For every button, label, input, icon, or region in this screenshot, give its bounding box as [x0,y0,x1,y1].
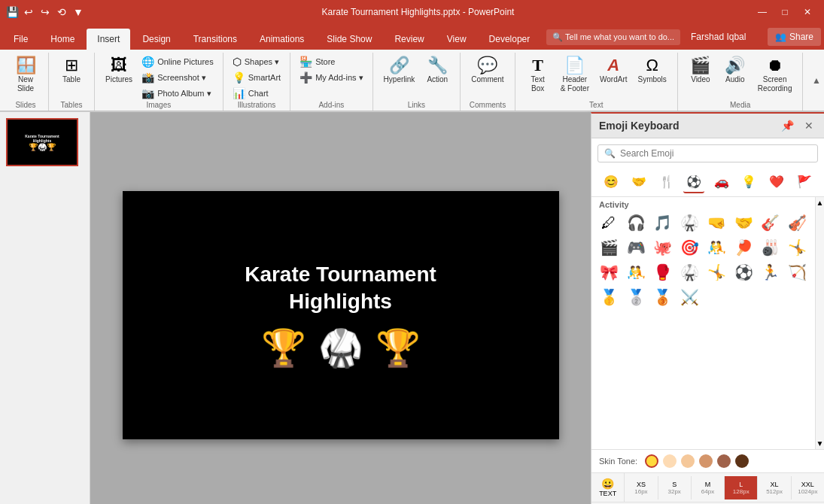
emoji-cat-smileys[interactable]: 😊 [601,172,622,193]
header-footer-button[interactable]: 📄 Header& Footer [556,54,594,96]
photo-album-button[interactable]: 📷 Photo Album ▾ [138,86,217,101]
screenshot-button[interactable]: 📸 Screenshot ▾ [138,70,217,85]
emoji-cat-symbols[interactable]: ❤️ [766,172,787,193]
smartart-button[interactable]: 💡 SmartArt [230,70,284,85]
save-icon[interactable]: 💾 [6,6,18,18]
emoji-octopus[interactable]: 🐙 [650,235,677,260]
emoji-search-input[interactable] [620,148,811,159]
pictures-button[interactable]: 🖼 Pictures [101,54,137,87]
emoji-bronze-medal[interactable]: 🥉 [650,285,677,309]
scroll-down-arrow[interactable]: ▼ [816,439,824,448]
size-m-button[interactable]: M 64px [692,476,725,499]
video-button[interactable]: 🎬 Video [684,54,717,87]
audio-button[interactable]: 🔊 Audio [719,54,752,87]
customize-icon[interactable]: ▼ [72,6,84,18]
emoji-violin[interactable]: 🎻 [784,211,810,235]
size-s-button[interactable]: S 32px [658,476,692,499]
action-button[interactable]: 🔧 Action [421,54,454,87]
tab-view[interactable]: View [436,29,477,50]
size-l-button[interactable]: L 128px [725,476,758,499]
size-xs-button[interactable]: XS 16px [625,476,658,499]
hyperlink-button[interactable]: 🔗 Hyperlink [379,54,420,87]
emoji-pen[interactable]: 🖊 [596,211,622,235]
skin-dot-1[interactable] [645,454,658,468]
emoji-target[interactable]: 🎯 [677,235,703,260]
undo-icon[interactable]: ↩ [23,6,35,18]
tab-review[interactable]: Review [384,29,434,50]
emoji-ribbon[interactable]: 🎀 [596,260,622,284]
tab-design[interactable]: Design [132,29,181,50]
maximize-button[interactable]: □ [774,2,795,23]
close-button[interactable]: ✕ [797,2,818,23]
shapes-button[interactable]: ⬡ Shapes ▾ [230,54,284,69]
emoji-cat-flags[interactable]: 🚩 [794,172,815,193]
textbox-button[interactable]: T TextBox [521,54,555,96]
chart-button[interactable]: 📊 Chart [230,86,284,101]
tab-insert[interactable]: Insert [87,29,130,50]
tab-transitions[interactable]: Transitions [183,29,248,50]
store-button[interactable]: 🏪 Store [296,54,366,69]
emoji-wrestling[interactable]: 🤼 [704,235,730,260]
redo-icon[interactable]: ↪ [39,6,51,18]
emoji-cat-activity[interactable]: ⚽ [683,172,704,193]
slide-thumbnail[interactable]: Karate TournamentHighlights 🏆🥋🏆 [6,118,78,166]
emoji-scroll-container[interactable]: Activity 🖊 🎧 🎵 🥋 🤜 🤝 🎸 🎻 🎬 🎮 🐙 🎯 [591,197,824,449]
emoji-cat-objects[interactable]: 💡 [738,172,759,193]
scroll-up-arrow[interactable]: ▲ [816,199,824,207]
online-pictures-button[interactable]: 🌐 Online Pictures [138,54,217,69]
skin-dot-4[interactable] [699,454,713,468]
emoji-guitar[interactable]: 🎸 [758,211,784,235]
ribbon-search[interactable]: 🔍 Tell me what you want to do... [546,29,680,45]
tab-developer[interactable]: Developer [479,29,541,50]
wordart-button[interactable]: A WordArt [595,54,632,87]
emoji-music[interactable]: 🎵 [650,211,677,235]
slide-canvas[interactable]: Karate TournamentHighlights 🏆 🥋 🏆 [123,191,559,439]
comment-button[interactable]: 💬 Comment [467,54,508,87]
emoji-silver-medal[interactable]: 🥈 [623,285,649,309]
size-xl-button[interactable]: XL 512px [758,476,791,499]
emoji-pingpong[interactable]: 🏓 [731,235,757,260]
skin-dot-3[interactable] [681,454,695,468]
emoji-scrollbar[interactable]: ▲ ▼ [815,197,824,449]
emoji-karate[interactable]: 🥋 [677,211,703,235]
emoji-swords[interactable]: ⚔️ [677,285,703,309]
tab-home[interactable]: Home [40,29,85,50]
emoji-cat-food[interactable]: 🍴 [656,172,677,193]
emoji-cartwheel[interactable]: 🤸 [784,235,810,260]
emoji-cat-travel[interactable]: 🚗 [711,172,732,193]
minimize-button[interactable]: — [752,2,773,23]
skin-dot-5[interactable] [717,454,731,468]
emoji-runner[interactable]: 🏃 [758,260,784,284]
symbols-button[interactable]: Ω Symbols [634,54,671,87]
emoji-archer[interactable]: 🏹 [784,260,810,284]
tab-slideshow[interactable]: Slide Show [316,29,382,50]
user-name[interactable]: Farshad Iqbal [685,29,752,45]
tab-animations[interactable]: Animations [249,29,315,50]
table-button[interactable]: ⊞ Table [55,54,88,87]
emoji-gymnast[interactable]: 🤸 [704,260,730,284]
emoji-soccer[interactable]: ⚽ [731,260,757,284]
share-button[interactable]: 👥 Share [768,28,821,46]
emoji-panel-close-button[interactable]: ✕ [801,118,816,133]
emoji-wrestling2[interactable]: 🤼 [623,260,649,284]
emoji-panel-pin-button[interactable]: 📌 [778,118,797,133]
emoji-gi[interactable]: 🥋 [677,260,703,284]
emoji-boxing[interactable]: 🥊 [650,260,677,284]
screen-recording-button[interactable]: ⏺ ScreenRecording [753,54,797,96]
emoji-headphones[interactable]: 🎧 [623,211,649,235]
emoji-fist[interactable]: 🤜 [704,211,730,235]
emoji-gold-medal[interactable]: 🥇 [596,285,622,309]
size-xxl-button[interactable]: XXL 1024px [792,476,824,499]
restore-icon[interactable]: ⟲ [56,6,68,18]
emoji-cat-people[interactable]: 🤝 [628,172,649,193]
skin-dot-6[interactable] [735,454,749,468]
new-slide-button[interactable]: 🪟 NewSlide [9,54,42,96]
emoji-handshake[interactable]: 🤝 [731,211,757,235]
canvas-area[interactable]: Karate TournamentHighlights 🏆 🥋 🏆 [90,112,591,504]
ribbon-collapse-button[interactable]: ▲ [812,75,821,86]
emoji-gamepad[interactable]: 🎮 [623,235,649,260]
tab-file[interactable]: File [3,29,38,50]
emoji-clapper[interactable]: 🎬 [596,235,622,260]
skin-dot-2[interactable] [663,454,677,468]
my-addins-button[interactable]: ➕ My Add-ins ▾ [296,70,366,85]
